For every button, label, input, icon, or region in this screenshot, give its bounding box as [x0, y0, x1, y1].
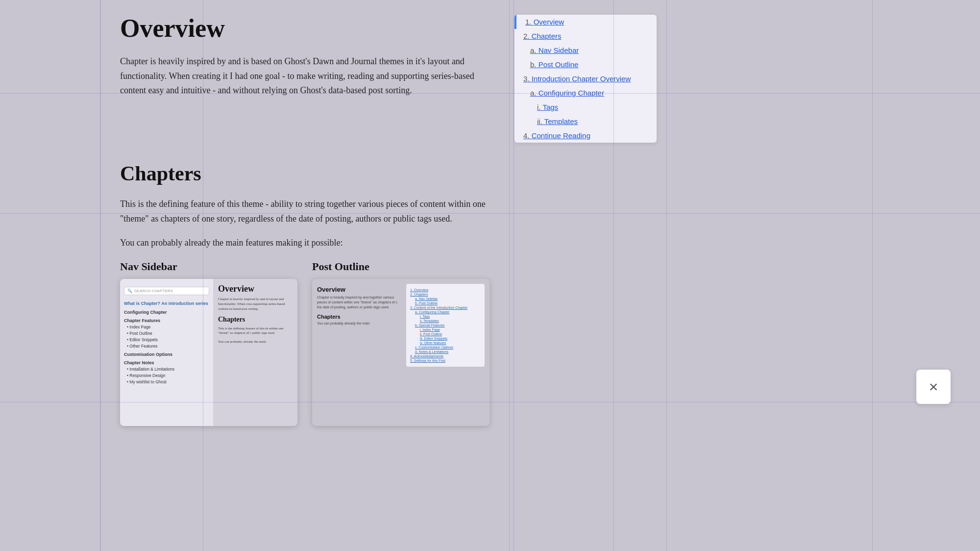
preview-p2: This is the defining feature of this th …	[218, 326, 293, 336]
outline-item-5[interactable]: 5. Settings for this Post	[410, 358, 481, 363]
toc-item-chapters[interactable]: 2. Chapters	[514, 29, 657, 43]
close-button[interactable]: ×	[916, 370, 951, 404]
post-outline-preview-card: 1. Overview 2. Chapters a. Nav Sidebar b…	[312, 279, 490, 426]
nav-item-editor: • Editor Snippets	[120, 336, 213, 343]
page-title: Overview	[120, 14, 490, 43]
outline-item-3d[interactable]: d. Notes & Limitations	[410, 350, 481, 354]
article-intro: Chapter is heavily inspired by and is ba…	[120, 54, 490, 98]
search-placeholder: SEARCH CHAPTERS	[134, 289, 173, 293]
nav-sidebar-inner: 🔍 SEARCH CHAPTERS What is Chapter? An in…	[120, 279, 213, 426]
toc-item-templates[interactable]: ii. Templates	[514, 114, 657, 128]
outline-item-3biii[interactable]: iii. Editor Snippets	[410, 336, 481, 341]
outline-panel: 1. Overview 2. Chapters a. Nav Sidebar b…	[406, 284, 485, 367]
nav-item-configuring: Configuring Chapter	[120, 309, 213, 315]
outline-item-1[interactable]: 1. Overview	[410, 288, 481, 292]
outline-item-3c[interactable]: c. Customisation Options	[410, 345, 481, 350]
toc-item-nav-sidebar[interactable]: a. Nav Sidebar	[514, 43, 657, 57]
close-icon: ×	[929, 378, 938, 396]
outline-item-3a[interactable]: a. Configuring Chapter	[410, 310, 481, 314]
main-content: Overview Chapter is heavily inspired by …	[100, 0, 510, 551]
nav-item-indexpage: • Index Page	[120, 324, 213, 330]
nav-item-postoutline: • Post Outline	[120, 330, 213, 336]
left-sidebar	[0, 0, 100, 551]
nav-item-responsive: • Responsive Design	[120, 372, 213, 378]
nav-sidebar-preview-card: 🔍 SEARCH CHAPTERS What is Chapter? An in…	[120, 279, 297, 426]
nav-item-features: Chapter Features	[120, 317, 213, 324]
toc-item-configuring-chapter[interactable]: a. Configuring Chapter	[514, 86, 657, 100]
outline-item-2[interactable]: 2. Chapters	[410, 292, 481, 297]
outline-item-2b[interactable]: b. Post Outline	[410, 301, 481, 305]
outline-item-3[interactable]: 3. Content of the Introduction Chapter	[410, 305, 481, 310]
outline-item-2a[interactable]: a. Nav Sidebar	[410, 297, 481, 301]
preview-h2: Chapters	[218, 316, 293, 324]
nav-item-install: • Installation & Limitations	[120, 366, 213, 372]
nav-item-other: • Other Features	[120, 343, 213, 349]
nav-preview-content: Overview Chapter is heavily inspired by …	[213, 279, 297, 426]
nav-item-notes: Chapter Notes	[120, 359, 213, 366]
toc-item-continue-reading[interactable]: 4. Continue Reading	[514, 128, 657, 143]
outline-item-4[interactable]: 4. Acknowledgements	[410, 354, 481, 358]
right-sidebar: 1. Overview 2. Chapters a. Nav Sidebar b…	[510, 0, 666, 551]
preview-h1: Overview	[218, 284, 293, 294]
toc-item-intro-chapter[interactable]: 3. Introduction Chapter Overview	[514, 72, 657, 86]
toc-panel: 1. Overview 2. Chapters a. Nav Sidebar b…	[514, 15, 657, 143]
toc-item-post-outline[interactable]: b. Post Outline	[514, 57, 657, 72]
nav-sidebar-title: Nav Sidebar	[120, 260, 297, 273]
nav-sidebar-col: Nav Sidebar 🔍 SEARCH CHAPTERS What is Ch…	[120, 260, 297, 426]
outline-item-3biv[interactable]: iv. Other features	[410, 341, 481, 345]
section-chapters-body1: This is the defining feature of this the…	[120, 197, 490, 226]
toc-item-overview[interactable]: 1. Overview	[514, 15, 657, 29]
outline-item-3bii[interactable]: ii. Post Outline	[410, 332, 481, 336]
outline-item-3b[interactable]: b. Special Features	[410, 323, 481, 327]
toc-item-tags[interactable]: i. Tags	[514, 100, 657, 114]
nav-featured-link[interactable]: What is Chapter? An introduction series	[120, 300, 213, 307]
post-outline-col: Post Outline 1. Overview 2. Chapters a. …	[312, 260, 490, 426]
nav-search-box: 🔍 SEARCH CHAPTERS	[124, 287, 209, 295]
section-chapters-title: Chapters	[120, 162, 490, 185]
post-outline-main: 1. Overview 2. Chapters a. Nav Sidebar b…	[312, 279, 490, 426]
subsections-row: Nav Sidebar 🔍 SEARCH CHAPTERS What is Ch…	[120, 260, 490, 426]
preview-p3: You can probably already the main	[218, 340, 293, 345]
outline-item-3aii[interactable]: ii. Templates	[410, 319, 481, 323]
outline-item-3ai[interactable]: i. Tags	[410, 314, 481, 319]
search-icon: 🔍	[127, 289, 132, 293]
post-outline-title: Post Outline	[312, 260, 490, 273]
nav-item-customisation: Customisation Options	[120, 351, 213, 357]
far-right-area	[666, 0, 774, 551]
preview-p1: Chapter is heavily inspired by and in la…	[218, 297, 293, 311]
section-chapters-body2: You can probably already the main featur…	[120, 236, 490, 250]
outline-item-3bi[interactable]: i. Index Page	[410, 327, 481, 332]
nav-item-wishlist: • My wishlist to Ghost	[120, 378, 213, 385]
